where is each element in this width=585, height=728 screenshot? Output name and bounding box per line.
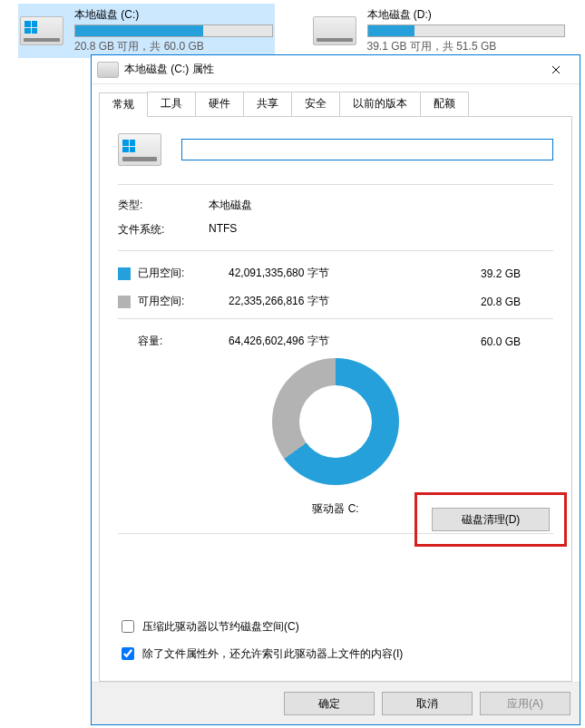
drive-usage-bar <box>74 24 273 37</box>
type-label: 类型: <box>118 198 209 213</box>
drive-icon <box>313 16 356 45</box>
properties-dialog: 本地磁盘 (C:) 属性 常规 工具 硬件 共享 安全 以前的版本 配额 类型:… <box>91 54 580 725</box>
separator <box>118 250 553 251</box>
tabs: 常规 工具 硬件 共享 安全 以前的版本 配额 <box>99 92 572 117</box>
filesystem-label: 文件系统: <box>118 222 209 238</box>
drive-icon <box>20 16 63 45</box>
cancel-button[interactable]: 取消 <box>382 692 473 715</box>
capacity-gb: 60.0 GB <box>481 335 553 348</box>
apply-button[interactable]: 应用(A) <box>480 692 570 715</box>
dialog-button-row: 确定 取消 应用(A) <box>92 682 580 724</box>
drive-name: 本地磁盘 (C:) <box>74 7 273 23</box>
compress-checkbox-row[interactable]: 压缩此驱动器以节约磁盘空间(C) <box>118 617 553 636</box>
close-icon <box>551 65 561 74</box>
tab-content-general: 类型: 本地磁盘 文件系统: NTFS 已用空间: 42,091,335,680… <box>99 117 572 682</box>
used-space-label: 已用空间: <box>138 266 229 281</box>
usage-pie-chart <box>272 358 399 485</box>
dialog-titlebar[interactable]: 本地磁盘 (C:) 属性 <box>92 55 580 84</box>
tab-tools[interactable]: 工具 <box>147 92 196 116</box>
tab-quota[interactable]: 配额 <box>420 92 469 116</box>
explorer-drives-row: 本地磁盘 (C:) 20.8 GB 可用，共 60.0 GB 本地磁盘 (D:)… <box>0 0 585 62</box>
drive-status: 20.8 GB 可用，共 60.0 GB <box>74 39 273 54</box>
compress-checkbox[interactable] <box>122 620 134 633</box>
drive-tile-d[interactable]: 本地磁盘 (D:) 39.1 GB 可用，共 51.5 GB <box>311 4 568 58</box>
drive-icon-large <box>118 133 161 166</box>
free-space-swatch <box>118 296 131 308</box>
close-button[interactable] <box>538 55 574 83</box>
used-space-bytes: 42,091,335,680 字节 <box>229 266 481 281</box>
free-space-bytes: 22,335,266,816 字节 <box>229 294 481 309</box>
drive-tile-c[interactable]: 本地磁盘 (C:) 20.8 GB 可用，共 60.0 GB <box>18 4 275 58</box>
disk-cleanup-highlight: 磁盘清理(D) <box>414 492 567 547</box>
disk-cleanup-button[interactable]: 磁盘清理(D) <box>432 508 550 531</box>
tab-security[interactable]: 安全 <box>291 92 340 116</box>
tab-sharing[interactable]: 共享 <box>243 92 292 116</box>
windows-logo-icon <box>24 21 37 34</box>
compress-label: 压缩此驱动器以节约磁盘空间(C) <box>142 619 299 635</box>
drive-icon <box>97 62 119 78</box>
drive-label-input[interactable] <box>181 139 553 160</box>
index-label: 除了文件属性外，还允许索引此驱动器上文件的内容(I) <box>142 646 403 662</box>
type-value: 本地磁盘 <box>209 198 553 213</box>
dialog-title: 本地磁盘 (C:) 属性 <box>124 62 538 77</box>
index-checkbox-row[interactable]: 除了文件属性外，还允许索引此驱动器上文件的内容(I) <box>118 645 553 663</box>
windows-logo-icon <box>122 140 135 152</box>
separator <box>118 184 553 185</box>
drive-status: 39.1 GB 可用，共 51.5 GB <box>367 39 566 54</box>
capacity-label: 容量: <box>138 334 229 349</box>
tab-general[interactable]: 常规 <box>99 92 148 117</box>
drive-letter-label: 驱动器 C: <box>312 501 358 517</box>
ok-button[interactable]: 确定 <box>284 692 375 715</box>
tab-hardware[interactable]: 硬件 <box>195 92 244 116</box>
free-space-gb: 20.8 GB <box>481 296 553 308</box>
separator <box>118 318 553 319</box>
drive-name: 本地磁盘 (D:) <box>367 7 566 23</box>
filesystem-value: NTFS <box>209 222 553 238</box>
capacity-bytes: 64,426,602,496 字节 <box>229 334 481 349</box>
index-checkbox[interactable] <box>122 647 134 660</box>
free-space-label: 可用空间: <box>138 294 229 309</box>
tab-previous-versions[interactable]: 以前的版本 <box>339 92 421 116</box>
used-space-swatch <box>118 267 131 280</box>
used-space-gb: 39.2 GB <box>481 267 553 280</box>
drive-usage-bar <box>367 24 566 37</box>
